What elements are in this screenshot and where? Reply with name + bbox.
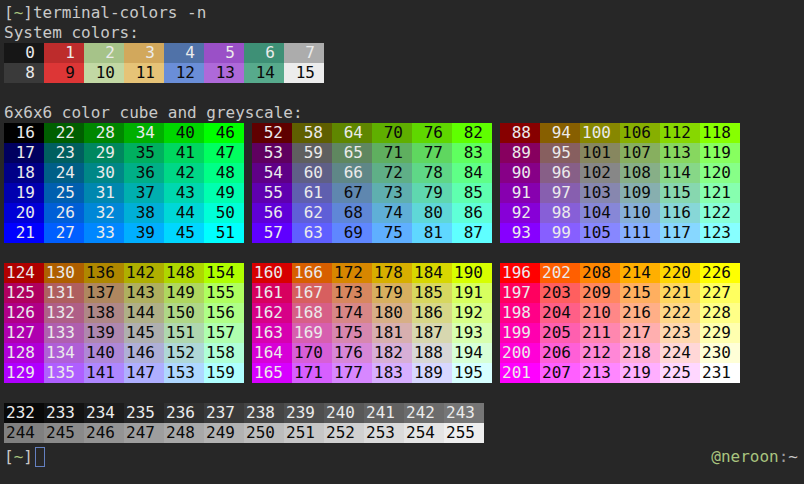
color-cell-168: 168 [292, 303, 332, 323]
color-cell-122: 122 [700, 203, 740, 223]
cube-block-88-123: 8894100106112118899510110711311990961021… [500, 123, 740, 243]
color-cell-16: 16 [4, 123, 44, 143]
color-cell-140: 140 [84, 343, 124, 363]
color-cell-253: 253 [364, 423, 404, 443]
color-cell-13: 13 [204, 63, 244, 83]
color-cell-161: 161 [252, 283, 292, 303]
color-cell-107: 107 [620, 143, 660, 163]
color-row: 125131137143149155 [4, 283, 244, 303]
color-cell-105: 105 [580, 223, 620, 243]
bottom-line: [~] @neroon:~ [4, 447, 804, 467]
color-cell-21: 21 [4, 223, 44, 243]
cube-block-row-2: 1241301361421481541251311371431491551261… [4, 263, 804, 383]
color-cell-50: 50 [204, 203, 244, 223]
color-cell-235: 235 [124, 403, 164, 423]
color-cell-191: 191 [452, 283, 492, 303]
color-cell-46: 46 [204, 123, 244, 143]
color-row: 182430364248 [4, 163, 244, 183]
color-cell-189: 189 [412, 363, 452, 383]
color-cell-147: 147 [124, 363, 164, 383]
color-row: 566268748086 [252, 203, 492, 223]
color-cell-119: 119 [700, 143, 740, 163]
color-cell-65: 65 [332, 143, 372, 163]
color-cell-129: 129 [4, 363, 44, 383]
color-cell-163: 163 [252, 323, 292, 343]
color-row: 546066727884 [252, 163, 492, 183]
color-cell-47: 47 [204, 143, 244, 163]
color-cell-172: 172 [332, 263, 372, 283]
color-cell-254: 254 [404, 423, 444, 443]
color-cell-241: 241 [364, 403, 404, 423]
prompt-bracket-close: ] [23, 447, 33, 466]
color-cell-242: 242 [404, 403, 444, 423]
color-cell-233: 233 [44, 403, 84, 423]
color-cell-27: 27 [44, 223, 84, 243]
color-row: 525864707682 [252, 123, 492, 143]
color-cell-248: 248 [164, 423, 204, 443]
color-cell-209: 209 [580, 283, 620, 303]
color-cell-179: 179 [372, 283, 412, 303]
color-cell-31: 31 [84, 183, 124, 203]
color-cell-17: 17 [4, 143, 44, 163]
color-cell-176: 176 [332, 343, 372, 363]
color-cell-164: 164 [252, 343, 292, 363]
color-cell-188: 188 [412, 343, 452, 363]
color-cell-232: 232 [4, 403, 44, 423]
color-cell-142: 142 [124, 263, 164, 283]
color-row: 161167173179185191 [252, 283, 492, 303]
color-cell-94: 94 [540, 123, 580, 143]
color-cell-246: 246 [84, 423, 124, 443]
color-cell-11: 11 [124, 63, 164, 83]
color-cell-66: 66 [332, 163, 372, 183]
color-cell-177: 177 [332, 363, 372, 383]
color-cell-64: 64 [332, 123, 372, 143]
color-cell-255: 255 [444, 423, 484, 443]
color-cell-102: 102 [580, 163, 620, 183]
color-cell-175: 175 [332, 323, 372, 343]
color-cell-193: 193 [452, 323, 492, 343]
color-cell-95: 95 [540, 143, 580, 163]
color-row: 212733394551 [4, 223, 244, 243]
color-cell-157: 157 [204, 323, 244, 343]
color-row: 9197103109115121 [500, 183, 740, 203]
color-cell-101: 101 [580, 143, 620, 163]
color-cell-162: 162 [252, 303, 292, 323]
cube-block-160-195: 1601661721781841901611671731791851911621… [252, 263, 492, 383]
prompt-bracket-open: [ [4, 3, 14, 22]
color-cell-214: 214 [620, 263, 660, 283]
color-cell-103: 103 [580, 183, 620, 203]
status-colon: : [779, 447, 789, 466]
color-row: 165171177183189195 [252, 363, 492, 383]
color-cell-143: 143 [124, 283, 164, 303]
color-cell-10: 10 [84, 63, 124, 83]
color-cell-28: 28 [84, 123, 124, 143]
color-cell-207: 207 [540, 363, 580, 383]
color-cell-178: 178 [372, 263, 412, 283]
color-cell-112: 112 [660, 123, 700, 143]
color-cell-159: 159 [204, 363, 244, 383]
color-cell-126: 126 [4, 303, 44, 323]
color-cell-130: 130 [44, 263, 84, 283]
color-cell-63: 63 [292, 223, 332, 243]
color-cell-79: 79 [412, 183, 452, 203]
cube-block-16-51: 1622283440461723293541471824303642481925… [4, 123, 244, 243]
color-cell-231: 231 [700, 363, 740, 383]
color-cell-138: 138 [84, 303, 124, 323]
color-cell-228: 228 [700, 303, 740, 323]
color-cell-92: 92 [500, 203, 540, 223]
color-cell-146: 146 [124, 343, 164, 363]
color-cell-115: 115 [660, 183, 700, 203]
color-cell-195: 195 [452, 363, 492, 383]
terminal-screen[interactable]: [~]terminal-colors -n System colors: 012… [0, 0, 804, 484]
color-cell-135: 135 [44, 363, 84, 383]
color-row: 199205211217223229 [500, 323, 740, 343]
color-cell-219: 219 [620, 363, 660, 383]
color-cell-204: 204 [540, 303, 580, 323]
color-cell-251: 251 [284, 423, 324, 443]
color-cell-38: 38 [124, 203, 164, 223]
color-row: 8894100106112118 [500, 123, 740, 143]
color-cell-169: 169 [292, 323, 332, 343]
color-row: 576369758187 [252, 223, 492, 243]
color-cell-49: 49 [204, 183, 244, 203]
color-cell-123: 123 [700, 223, 740, 243]
